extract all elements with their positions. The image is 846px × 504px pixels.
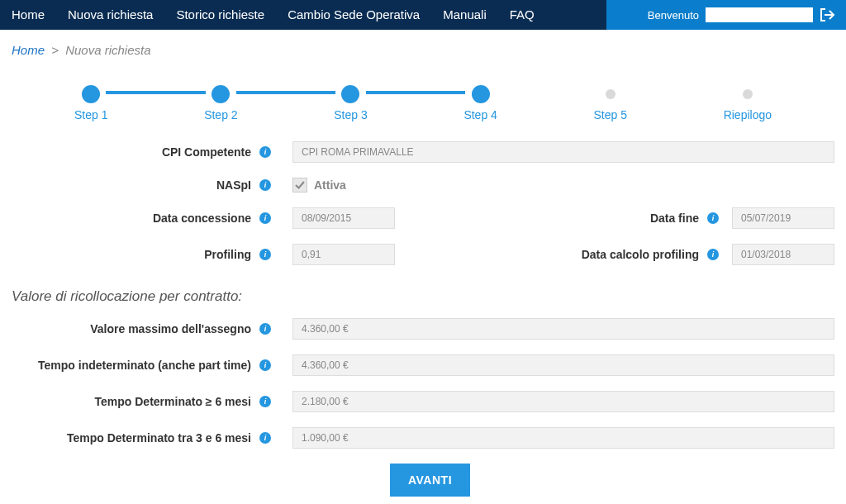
nav-storico-richieste[interactable]: Storico richieste xyxy=(164,0,276,30)
breadcrumb-current: Nuova richiesta xyxy=(65,43,150,57)
step-5-label: Step 5 xyxy=(594,108,627,121)
info-icon[interactable] xyxy=(707,212,719,224)
label-tempo-indeterminato-text: Tempo indeterminato (anche part time) xyxy=(38,359,251,372)
step-3-label: Step 3 xyxy=(334,108,367,121)
step-1-circle xyxy=(82,85,100,103)
info-icon[interactable] xyxy=(259,396,271,407)
section-title-valore: Valore di ricollocazione per contratto: xyxy=(12,288,834,305)
step-3-circle xyxy=(341,85,359,103)
step-4-label: Step 4 xyxy=(463,108,497,121)
tempo-det-6-field: 2.180,00 € xyxy=(292,391,834,412)
step-1-label: Step 1 xyxy=(74,108,107,121)
label-data-fine-text: Data fine xyxy=(650,212,699,225)
info-icon[interactable] xyxy=(259,359,271,371)
connector-1-2 xyxy=(106,91,206,94)
top-navbar: Home Nuova richiesta Storico richieste C… xyxy=(0,0,846,30)
row-naspi: NASpI Attiva xyxy=(12,178,834,193)
info-icon[interactable] xyxy=(259,249,271,260)
label-tempo-det-6: Tempo Determinato ≥ 6 mesi xyxy=(12,395,292,408)
profiling-field: 0,91 xyxy=(292,244,395,265)
step-5-circle xyxy=(606,89,615,99)
info-icon[interactable] xyxy=(259,432,271,444)
label-valore-massimo: Valore massimo dell'assegno xyxy=(12,322,292,335)
step-riepilogo[interactable]: Riepilogo xyxy=(724,85,772,121)
nav-right: Benvenuto xyxy=(606,0,846,30)
nav-faq[interactable]: FAQ xyxy=(498,0,546,30)
user-name-box xyxy=(706,7,813,22)
data-concessione-field: 08/09/2015 xyxy=(292,207,395,229)
breadcrumb: Home > Nuova richiesta xyxy=(0,30,846,62)
label-tempo-indeterminato: Tempo indeterminato (anche part time) xyxy=(12,359,292,372)
step-4-circle xyxy=(472,85,490,103)
logout-icon[interactable] xyxy=(820,7,836,22)
row-tempo-det-6: Tempo Determinato ≥ 6 mesi 2.180,00 € xyxy=(12,391,834,412)
row-date: Data concessione 08/09/2015 Data fine 05… xyxy=(12,207,834,229)
step-1[interactable]: Step 1 xyxy=(74,85,107,121)
row-profiling: Profiling 0,91 Data calcolo profiling 01… xyxy=(12,244,834,265)
connector-4-5 xyxy=(496,91,596,94)
info-icon[interactable] xyxy=(259,323,271,335)
info-icon[interactable] xyxy=(707,249,719,260)
label-valore-massimo-text: Valore massimo dell'assegno xyxy=(90,322,251,335)
step-2-label: Step 2 xyxy=(204,108,237,121)
nav-home[interactable]: Home xyxy=(0,0,56,30)
step-2-circle xyxy=(212,85,230,103)
label-profiling-text: Profiling xyxy=(204,248,251,261)
connector-5-6 xyxy=(625,91,725,94)
info-icon[interactable] xyxy=(259,179,271,191)
step-riepilogo-label: Riepilogo xyxy=(724,108,772,121)
data-calcolo-profiling-field: 01/03/2018 xyxy=(732,244,834,265)
nav-cambio-sede[interactable]: Cambio Sede Operativa xyxy=(276,0,431,30)
cpi-field: CPI ROMA PRIMAVALLE xyxy=(292,141,834,163)
label-data-calcolo-profiling: Data calcolo profiling xyxy=(517,248,732,261)
tempo-indeterminato-field: 4.360,00 € xyxy=(292,354,834,376)
nav-nuova-richiesta[interactable]: Nuova richiesta xyxy=(56,0,164,30)
row-valore-massimo: Valore massimo dell'assegno 4.360,00 € xyxy=(12,318,834,340)
nav-manuali[interactable]: Manuali xyxy=(431,0,498,30)
step-riepilogo-circle xyxy=(743,89,753,99)
row-tempo-indeterminato: Tempo indeterminato (anche part time) 4.… xyxy=(12,354,834,376)
welcome-label: Benvenuto xyxy=(648,9,699,21)
label-cpi: CPI Competente xyxy=(12,145,292,159)
info-icon[interactable] xyxy=(259,146,271,158)
row-tempo-det-3-6: Tempo Determinato tra 3 e 6 mesi 1.090,0… xyxy=(12,427,834,449)
breadcrumb-home[interactable]: Home xyxy=(12,43,45,57)
breadcrumb-separator: > xyxy=(51,43,59,57)
valore-massimo-field: 4.360,00 € xyxy=(292,318,834,340)
form-area: CPI Competente CPI ROMA PRIMAVALLE NASpI… xyxy=(0,141,846,504)
label-data-concessione: Data concessione xyxy=(12,212,292,225)
step-5[interactable]: Step 5 xyxy=(594,85,627,121)
label-cpi-text: CPI Competente xyxy=(162,145,251,159)
data-fine-field: 05/07/2019 xyxy=(732,207,834,229)
naspi-checkbox-label: Attiva xyxy=(314,178,346,192)
nav-items: Home Nuova richiesta Storico richieste C… xyxy=(0,0,606,30)
label-data-concessione-text: Data concessione xyxy=(153,212,251,225)
info-icon[interactable] xyxy=(259,212,271,224)
label-data-fine: Data fine xyxy=(517,212,732,225)
label-data-calcolo-profiling-text: Data calcolo profiling xyxy=(582,248,699,261)
step-2[interactable]: Step 2 xyxy=(204,85,237,121)
avanti-button[interactable]: AVANTI xyxy=(390,464,470,497)
label-tempo-det-6-text: Tempo Determinato ≥ 6 mesi xyxy=(95,395,251,408)
label-naspi: NASpI xyxy=(12,178,292,192)
row-cpi: CPI Competente CPI ROMA PRIMAVALLE xyxy=(12,141,834,163)
connector-2-3 xyxy=(236,91,336,94)
label-profiling: Profiling xyxy=(12,248,292,261)
stepper: Step 1 Step 2 Step 3 Step 4 Step 5 Riepi… xyxy=(74,85,772,121)
step-3[interactable]: Step 3 xyxy=(334,85,367,121)
naspi-checkbox-row: Attiva xyxy=(292,178,346,193)
step-4[interactable]: Step 4 xyxy=(463,85,497,121)
naspi-checkbox[interactable] xyxy=(292,178,307,193)
label-tempo-det-3-6: Tempo Determinato tra 3 e 6 mesi xyxy=(12,431,292,445)
label-naspi-text: NASpI xyxy=(216,178,251,192)
connector-3-4 xyxy=(366,91,466,94)
label-tempo-det-3-6-text: Tempo Determinato tra 3 e 6 mesi xyxy=(67,431,251,445)
tempo-det-3-6-field: 1.090,00 € xyxy=(292,427,834,449)
